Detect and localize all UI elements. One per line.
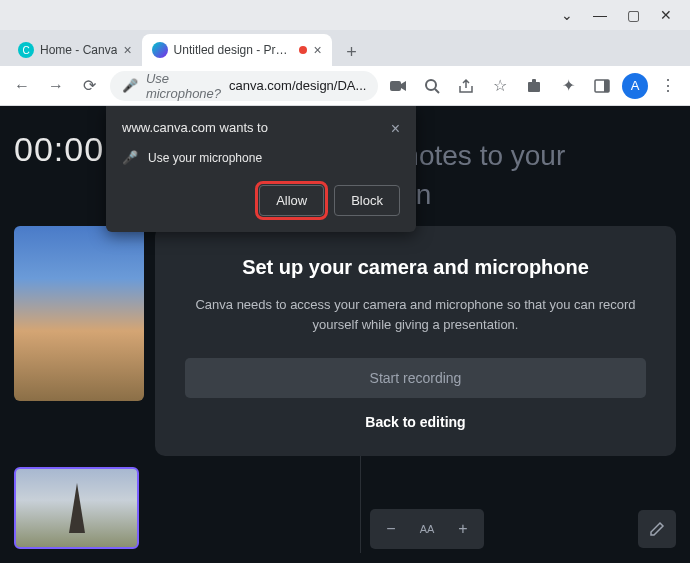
tab-home-canva[interactable]: C Home - Canva × [8, 34, 142, 66]
mic-prompt-icon: 🎤 [122, 78, 138, 93]
allow-button[interactable]: Allow [259, 185, 324, 216]
setup-modal: Set up your camera and microphone Canva … [155, 226, 676, 456]
svg-rect-6 [604, 80, 609, 92]
new-tab-button[interactable]: + [338, 38, 366, 66]
forward-button[interactable]: → [42, 72, 70, 100]
puzzle-icon[interactable]: ✦ [554, 72, 582, 100]
tab-untitled-design[interactable]: Untitled design - Presen × [142, 34, 332, 66]
svg-line-2 [435, 89, 439, 93]
permission-title: www.canva.com wants to [122, 120, 268, 135]
permission-item: Use your microphone [148, 151, 262, 165]
slide-preview-large[interactable] [14, 226, 144, 401]
bookmark-icon[interactable]: ☆ [486, 72, 514, 100]
close-icon[interactable]: × [123, 42, 131, 58]
svg-point-1 [426, 80, 436, 90]
increase-text-button[interactable]: + [446, 513, 480, 545]
sidepanel-icon[interactable] [588, 72, 616, 100]
permission-dialog: www.canva.com wants to × 🎤 Use your micr… [106, 106, 416, 232]
page-content: 00:00 d notes to your sign Set up your c… [0, 106, 690, 563]
canva-favicon-icon: C [18, 42, 34, 58]
camera-icon[interactable] [384, 72, 412, 100]
bottom-toolbar: − AA + [370, 509, 676, 549]
window-close-icon[interactable]: ✕ [660, 7, 672, 23]
tab-title: Untitled design - Presen [174, 43, 294, 57]
text-size-label: AA [410, 513, 444, 545]
share-icon[interactable] [452, 72, 480, 100]
microphone-icon: 🎤 [122, 150, 138, 165]
block-button[interactable]: Block [334, 185, 400, 216]
divider [360, 456, 361, 553]
svg-rect-3 [528, 82, 540, 92]
profile-avatar[interactable]: A [622, 73, 648, 99]
close-icon[interactable]: × [391, 120, 400, 138]
extensions-icon[interactable] [520, 72, 548, 100]
address-bar[interactable]: 🎤 Use microphone? canva.com/design/DA... [110, 71, 378, 101]
setup-title: Set up your camera and microphone [185, 256, 646, 279]
window-maximize-icon[interactable]: ▢ [627, 7, 640, 23]
recording-indicator-icon [299, 46, 307, 54]
permission-prompt-text: Use microphone? [146, 71, 221, 101]
decrease-text-button[interactable]: − [374, 513, 408, 545]
eiffel-icon [69, 483, 85, 533]
url-text: canva.com/design/DA... [229, 78, 366, 93]
menu-icon[interactable]: ⋮ [654, 72, 682, 100]
text-size-group: − AA + [370, 509, 484, 549]
window-dropdown-icon[interactable]: ⌄ [561, 7, 573, 23]
close-icon[interactable]: × [313, 42, 321, 58]
tab-title: Home - Canva [40, 43, 117, 57]
slide-thumbnail-selected[interactable] [14, 467, 139, 549]
recording-timer: 00:00 [14, 130, 104, 169]
zoom-icon[interactable] [418, 72, 446, 100]
setup-description: Canva needs to access your camera and mi… [185, 295, 646, 334]
window-controls: ⌄ — ▢ ✕ [0, 0, 690, 30]
back-to-editing-link[interactable]: Back to editing [185, 414, 646, 430]
reload-button[interactable]: ⟳ [76, 72, 104, 100]
edit-button[interactable] [638, 510, 676, 548]
start-recording-button[interactable]: Start recording [185, 358, 646, 398]
tab-strip: C Home - Canva × Untitled design - Prese… [0, 30, 690, 66]
svg-rect-4 [532, 79, 536, 83]
browser-toolbar: ← → ⟳ 🎤 Use microphone? canva.com/design… [0, 66, 690, 106]
back-button[interactable]: ← [8, 72, 36, 100]
canva-favicon-icon [152, 42, 168, 58]
window-minimize-icon[interactable]: — [593, 7, 607, 23]
svg-rect-0 [390, 81, 401, 91]
